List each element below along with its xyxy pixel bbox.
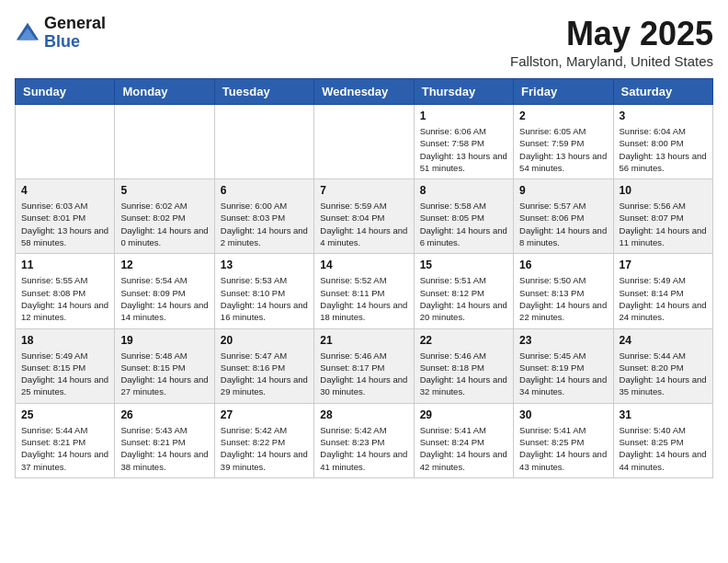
day-info: Sunrise: 5:52 AMSunset: 8:11 PMDaylight:… [320, 274, 407, 323]
calendar-cell: 28Sunrise: 5:42 AMSunset: 8:23 PMDayligh… [314, 403, 414, 477]
calendar-cell: 22Sunrise: 5:46 AMSunset: 8:18 PMDayligh… [414, 328, 513, 403]
day-number: 22 [420, 334, 507, 347]
calendar-cell: 8Sunrise: 5:58 AMSunset: 8:05 PMDaylight… [414, 179, 513, 254]
title-block: May 2025 Fallston, Maryland, United Stat… [510, 15, 713, 69]
calendar-cell: 16Sunrise: 5:50 AMSunset: 8:13 PMDayligh… [514, 254, 613, 328]
logo-icon [15, 21, 40, 47]
page-header: General Blue May 2025 Fallston, Maryland… [15, 15, 713, 69]
day-info: Sunrise: 5:42 AMSunset: 8:23 PMDaylight:… [320, 424, 407, 473]
day-number: 19 [120, 334, 208, 347]
day-info: Sunrise: 6:04 AMSunset: 8:00 PMDaylight:… [620, 125, 707, 174]
calendar-week-row: 11Sunrise: 5:55 AMSunset: 8:08 PMDayligh… [16, 254, 713, 328]
calendar-cell: 10Sunrise: 5:56 AMSunset: 8:07 PMDayligh… [613, 179, 712, 254]
logo-blue: Blue [44, 33, 106, 52]
calendar-cell: 1Sunrise: 6:06 AMSunset: 7:58 PMDaylight… [414, 105, 513, 179]
calendar-cell [115, 105, 214, 179]
day-number: 20 [221, 334, 308, 347]
calendar-cell: 17Sunrise: 5:49 AMSunset: 8:14 PMDayligh… [613, 254, 712, 328]
day-number: 6 [221, 184, 308, 197]
calendar-cell: 18Sunrise: 5:49 AMSunset: 8:15 PMDayligh… [16, 328, 115, 403]
day-info: Sunrise: 5:57 AMSunset: 8:06 PMDaylight:… [519, 200, 607, 248]
day-number: 31 [620, 408, 707, 421]
day-header-friday: Friday [514, 79, 613, 105]
day-info: Sunrise: 5:43 AMSunset: 8:21 PMDaylight:… [120, 424, 208, 473]
day-info: Sunrise: 5:41 AMSunset: 8:25 PMDaylight:… [519, 424, 607, 473]
day-number: 28 [320, 408, 407, 421]
calendar-cell: 20Sunrise: 5:47 AMSunset: 8:16 PMDayligh… [214, 328, 313, 403]
day-info: Sunrise: 5:44 AMSunset: 8:21 PMDaylight:… [21, 424, 108, 473]
calendar-cell: 30Sunrise: 5:41 AMSunset: 8:25 PMDayligh… [514, 403, 613, 477]
calendar-cell: 25Sunrise: 5:44 AMSunset: 8:21 PMDayligh… [16, 403, 115, 477]
calendar-cell: 12Sunrise: 5:54 AMSunset: 8:09 PMDayligh… [115, 254, 214, 328]
day-number: 5 [120, 184, 208, 197]
day-info: Sunrise: 5:56 AMSunset: 8:07 PMDaylight:… [620, 200, 707, 248]
day-info: Sunrise: 5:53 AMSunset: 8:10 PMDaylight:… [221, 274, 308, 323]
day-number: 4 [21, 184, 108, 197]
calendar-cell [314, 105, 414, 179]
day-number: 30 [519, 408, 607, 421]
calendar-cell: 6Sunrise: 6:00 AMSunset: 8:03 PMDaylight… [214, 179, 313, 254]
calendar-week-row: 4Sunrise: 6:03 AMSunset: 8:01 PMDaylight… [16, 179, 713, 254]
day-info: Sunrise: 5:44 AMSunset: 8:20 PMDaylight:… [620, 350, 707, 398]
location: Fallston, Maryland, United States [510, 53, 713, 69]
day-number: 14 [320, 259, 407, 271]
day-info: Sunrise: 5:40 AMSunset: 8:25 PMDaylight:… [620, 424, 707, 473]
day-header-sunday: Sunday [16, 79, 115, 105]
calendar-week-row: 25Sunrise: 5:44 AMSunset: 8:21 PMDayligh… [16, 403, 713, 477]
day-info: Sunrise: 6:05 AMSunset: 7:59 PMDaylight:… [519, 125, 607, 174]
day-number: 8 [420, 184, 507, 197]
calendar-cell: 23Sunrise: 5:45 AMSunset: 8:19 PMDayligh… [514, 328, 613, 403]
day-number: 18 [21, 334, 108, 347]
month-year: May 2025 [510, 15, 713, 53]
day-info: Sunrise: 5:58 AMSunset: 8:05 PMDaylight:… [420, 200, 507, 248]
day-info: Sunrise: 5:59 AMSunset: 8:04 PMDaylight:… [320, 200, 407, 248]
day-info: Sunrise: 5:46 AMSunset: 8:17 PMDaylight:… [320, 350, 407, 398]
calendar-table: SundayMondayTuesdayWednesdayThursdayFrid… [15, 78, 713, 478]
day-info: Sunrise: 5:46 AMSunset: 8:18 PMDaylight:… [420, 350, 507, 398]
day-info: Sunrise: 6:03 AMSunset: 8:01 PMDaylight:… [21, 200, 108, 248]
calendar-cell: 7Sunrise: 5:59 AMSunset: 8:04 PMDaylight… [314, 179, 414, 254]
calendar-week-row: 18Sunrise: 5:49 AMSunset: 8:15 PMDayligh… [16, 328, 713, 403]
logo-general: General [44, 15, 106, 33]
day-info: Sunrise: 5:49 AMSunset: 8:14 PMDaylight:… [620, 274, 707, 323]
calendar-cell: 21Sunrise: 5:46 AMSunset: 8:17 PMDayligh… [314, 328, 414, 403]
day-number: 17 [620, 259, 707, 271]
day-number: 24 [620, 334, 707, 347]
calendar-cell: 13Sunrise: 5:53 AMSunset: 8:10 PMDayligh… [214, 254, 313, 328]
day-number: 9 [519, 184, 607, 197]
calendar-cell: 5Sunrise: 6:02 AMSunset: 8:02 PMDaylight… [115, 179, 214, 254]
calendar-cell [214, 105, 313, 179]
logo-text: General Blue [44, 15, 106, 52]
day-info: Sunrise: 6:00 AMSunset: 8:03 PMDaylight:… [221, 200, 308, 248]
day-number: 27 [221, 408, 308, 421]
calendar-cell [16, 105, 115, 179]
day-number: 21 [320, 334, 407, 347]
day-header-saturday: Saturday [613, 79, 712, 105]
calendar-cell: 26Sunrise: 5:43 AMSunset: 8:21 PMDayligh… [115, 403, 214, 477]
calendar-header-row: SundayMondayTuesdayWednesdayThursdayFrid… [16, 79, 713, 105]
day-number: 11 [21, 259, 108, 271]
calendar-cell: 27Sunrise: 5:42 AMSunset: 8:22 PMDayligh… [214, 403, 313, 477]
day-info: Sunrise: 5:54 AMSunset: 8:09 PMDaylight:… [120, 274, 208, 323]
day-number: 15 [420, 259, 507, 271]
day-number: 25 [21, 408, 108, 421]
day-header-wednesday: Wednesday [314, 79, 414, 105]
calendar-week-row: 1Sunrise: 6:06 AMSunset: 7:58 PMDaylight… [16, 105, 713, 179]
day-number: 2 [519, 109, 607, 122]
day-info: Sunrise: 6:06 AMSunset: 7:58 PMDaylight:… [420, 125, 507, 174]
day-number: 16 [519, 259, 607, 271]
calendar-cell: 31Sunrise: 5:40 AMSunset: 8:25 PMDayligh… [613, 403, 712, 477]
calendar-cell: 24Sunrise: 5:44 AMSunset: 8:20 PMDayligh… [613, 328, 712, 403]
calendar-cell: 15Sunrise: 5:51 AMSunset: 8:12 PMDayligh… [414, 254, 513, 328]
day-number: 7 [320, 184, 407, 197]
logo: General Blue [15, 15, 106, 52]
day-info: Sunrise: 5:51 AMSunset: 8:12 PMDaylight:… [420, 274, 507, 323]
day-number: 26 [120, 408, 208, 421]
day-info: Sunrise: 5:50 AMSunset: 8:13 PMDaylight:… [519, 274, 607, 323]
day-info: Sunrise: 5:55 AMSunset: 8:08 PMDaylight:… [21, 274, 108, 323]
day-number: 12 [120, 259, 208, 271]
calendar-cell: 29Sunrise: 5:41 AMSunset: 8:24 PMDayligh… [414, 403, 513, 477]
day-info: Sunrise: 5:49 AMSunset: 8:15 PMDaylight:… [21, 350, 108, 398]
calendar-cell: 9Sunrise: 5:57 AMSunset: 8:06 PMDaylight… [514, 179, 613, 254]
day-number: 29 [420, 408, 507, 421]
